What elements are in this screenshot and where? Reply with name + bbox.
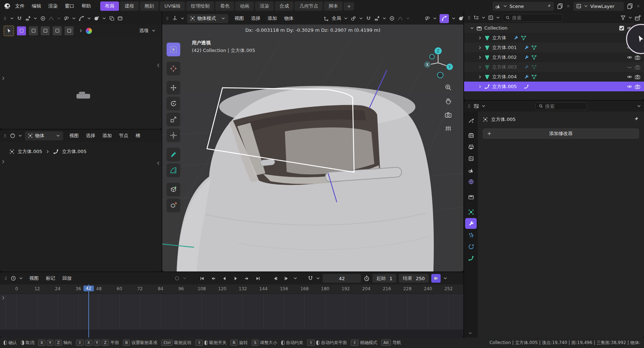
outliner-row-立方体.003[interactable]: 立方体.003 <box>464 62 644 72</box>
playhead[interactable] <box>88 284 89 338</box>
editor-type-icon[interactable] <box>172 16 178 21</box>
menu-编辑[interactable]: 编辑 <box>28 2 45 10</box>
add-modifier-button[interactable]: 添加修改器 <box>483 129 639 139</box>
chevron-down-icon[interactable] <box>451 16 456 21</box>
frame-tick-192[interactable]: 192 <box>341 286 350 291</box>
chevron-down-icon[interactable] <box>433 16 437 21</box>
frame-tick-120[interactable]: 120 <box>218 286 226 291</box>
timeline-menu-回放[interactable]: 回放 <box>59 274 75 283</box>
menu-渲染[interactable]: 渲染 <box>45 2 61 10</box>
tool-add-cube-button[interactable] <box>167 183 180 196</box>
camera-visibility-icon[interactable] <box>635 64 640 70</box>
chevron-down-icon[interactable] <box>72 16 76 21</box>
properties-tab-render[interactable] <box>465 130 477 141</box>
editor-type-icon[interactable] <box>10 275 16 281</box>
next-keyframe-button[interactable] <box>242 274 251 283</box>
panel-close-chevron-icon[interactable] <box>156 63 161 68</box>
frame-tick-60[interactable]: 60 <box>117 286 122 291</box>
outliner-row-立方体.005[interactable]: 立方体.005 <box>464 82 644 91</box>
chevron-down-icon[interactable] <box>628 16 632 20</box>
frame-tick-228[interactable]: 228 <box>403 286 411 291</box>
panel-open-chevron-icon[interactable] <box>1 295 6 300</box>
add-workspace-button[interactable]: + <box>344 2 354 10</box>
tool-measure-button[interactable] <box>167 164 180 177</box>
keying-set-icon[interactable] <box>308 275 313 281</box>
outliner-search[interactable] <box>502 14 563 22</box>
navigation-gizmo[interactable]: Z Y X <box>422 46 455 79</box>
gizmos-toggle-icon[interactable] <box>79 16 84 21</box>
frame-tick-96[interactable]: 96 <box>178 286 184 291</box>
frame-tick-132[interactable]: 132 <box>239 286 247 291</box>
node-editor-canvas[interactable]: 立方体.005 立方体.005 <box>0 142 162 271</box>
workspace-tab-雕刻[interactable]: 雕刻 <box>140 1 159 11</box>
workspace-tab-建模[interactable]: 建模 <box>120 1 139 11</box>
ortho-toggle-button[interactable] <box>444 124 453 133</box>
proportional-edit-icon[interactable] <box>389 16 395 21</box>
display-mode-icon[interactable] <box>488 15 494 21</box>
eye-icon[interactable] <box>627 84 632 90</box>
eye-icon[interactable] <box>627 55 632 60</box>
pin-icon[interactable] <box>633 116 639 122</box>
prev-keyframe-button[interactable] <box>209 274 217 283</box>
chevron-down-icon[interactable] <box>18 134 22 138</box>
tool-move-button[interactable] <box>167 81 180 95</box>
outliner-row-立方体.004[interactable]: 立方体.004 <box>464 72 644 82</box>
viewport-3d[interactable]: 物体模式 视图选择添加物体 全局 Dx: -0.003118 m Dy: -0.… <box>162 12 463 271</box>
frame-tick-156[interactable]: 156 <box>280 286 288 291</box>
node-menu-视图[interactable]: 视图 <box>66 131 82 140</box>
timeline-menu-标记[interactable]: 标记 <box>42 274 59 283</box>
play-button[interactable] <box>231 274 240 283</box>
blender-logo-icon[interactable] <box>4 3 11 10</box>
uv-editor-canvas[interactable] <box>0 37 162 129</box>
chevron-down-icon[interactable] <box>406 16 410 21</box>
tool-tweak-select-button[interactable] <box>167 43 180 56</box>
new-collection-icon[interactable] <box>635 14 641 21</box>
grip-icon[interactable] <box>165 16 169 21</box>
menu-帮助[interactable]: 帮助 <box>78 2 94 10</box>
camera-visibility-icon[interactable] <box>635 84 640 90</box>
select-mode-intersect[interactable] <box>65 26 74 35</box>
shader-type-dropdown[interactable]: 物体 <box>25 131 63 140</box>
image-preview-icon[interactable] <box>86 28 92 34</box>
node-menu-添加[interactable]: 添加 <box>99 131 115 140</box>
eye-icon[interactable] <box>627 74 632 80</box>
frame-tick-84[interactable]: 84 <box>158 286 163 291</box>
visibility-icon[interactable] <box>63 16 69 21</box>
av-sync-button[interactable] <box>431 274 441 283</box>
tool-rotate-button[interactable] <box>167 97 180 110</box>
chevron-down-icon[interactable] <box>382 16 387 21</box>
frame-tick-48[interactable]: 48 <box>96 286 102 291</box>
properties-tab-object[interactable] <box>465 206 477 217</box>
eye-icon[interactable] <box>627 64 632 70</box>
jump-to-end-button[interactable] <box>253 274 262 283</box>
frame-tick-180[interactable]: 180 <box>321 286 329 291</box>
options-button[interactable]: 选项 <box>139 27 149 34</box>
zoom-button[interactable] <box>444 83 453 92</box>
camera-visibility-icon[interactable] <box>635 74 640 80</box>
tool-scale-button[interactable] <box>167 113 180 126</box>
workspace-tab-几何节点[interactable]: 几何节点 <box>295 1 323 11</box>
properties-tab-particles[interactable] <box>465 230 477 240</box>
frame-tick-252[interactable]: 252 <box>445 286 453 291</box>
menu-窗口[interactable]: 窗口 <box>61 2 78 10</box>
viewport-menu-选择[interactable]: 选择 <box>247 14 264 23</box>
pan-button[interactable] <box>444 97 453 105</box>
current-frame-badge[interactable]: 42 <box>83 286 94 291</box>
viewport-menu-物体[interactable]: 物体 <box>281 14 297 23</box>
grip-icon[interactable] <box>467 104 471 108</box>
properties-tab-tool[interactable] <box>465 115 477 126</box>
xray-toggle-icon[interactable] <box>109 16 115 21</box>
viewport-menu-添加[interactable]: 添加 <box>264 14 281 23</box>
chevron-down-icon[interactable] <box>10 16 14 21</box>
workspace-tab-布局[interactable]: 布局 <box>100 1 119 11</box>
frame-tick-240[interactable]: 240 <box>424 286 432 291</box>
active-tool-tweak[interactable] <box>4 26 14 36</box>
workspace-tab-纹理绘制[interactable]: 纹理绘制 <box>186 1 214 11</box>
tool-extrude-button[interactable] <box>167 199 180 212</box>
editor-type-icon[interactable] <box>473 103 479 109</box>
workspace-tab-动画[interactable]: 动画 <box>235 1 254 11</box>
workspace-tab-合成[interactable]: 合成 <box>275 1 294 11</box>
chevron-down-icon[interactable] <box>316 276 320 280</box>
timeline-ruler[interactable]: 0122436486072849610812013214415616818019… <box>0 284 463 294</box>
pivot-point-icon[interactable] <box>350 16 356 21</box>
